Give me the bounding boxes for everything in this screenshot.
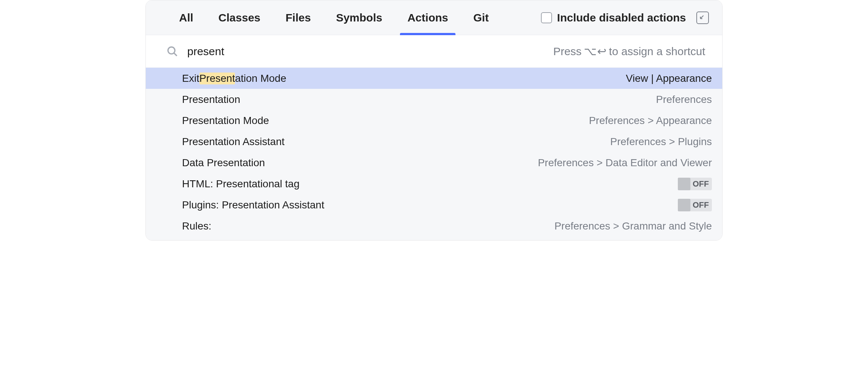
tab-bar: All Classes Files Symbols Actions Git In… bbox=[146, 0, 722, 35]
result-label: Rules: bbox=[182, 220, 211, 232]
include-disabled-checkbox[interactable]: Include disabled actions bbox=[541, 11, 686, 24]
hint-post: to assign a shortcut bbox=[609, 45, 705, 58]
result-row[interactable]: Plugins: Presentation Assistant OFF bbox=[146, 194, 722, 215]
result-row[interactable]: Presentation Assistant Preferences > Plu… bbox=[146, 131, 722, 152]
hint-keys: ⌥↩ bbox=[584, 45, 607, 58]
shortcut-hint: Press ⌥↩ to assign a shortcut bbox=[553, 45, 705, 58]
result-row[interactable]: Rules: Preferences > Grammar and Style bbox=[146, 215, 722, 237]
result-label: Presentation bbox=[182, 94, 240, 105]
result-label: Presentation Mode bbox=[182, 115, 269, 127]
tab-label: Files bbox=[286, 11, 311, 24]
hint-pre: Press bbox=[553, 45, 582, 58]
tab-all[interactable]: All bbox=[168, 0, 204, 35]
tab-label: Symbols bbox=[336, 11, 382, 24]
tab-label: All bbox=[179, 11, 193, 24]
checkbox-icon bbox=[541, 12, 552, 23]
tab-actions[interactable]: Actions bbox=[396, 0, 459, 35]
result-row[interactable]: Data Presentation Preferences > Data Edi… bbox=[146, 152, 722, 173]
tab-label: Classes bbox=[218, 11, 260, 24]
result-label: Plugins: Presentation Assistant bbox=[182, 199, 324, 211]
tab-classes[interactable]: Classes bbox=[207, 0, 271, 35]
result-location: Preferences > Appearance bbox=[589, 115, 712, 127]
toggle-off[interactable]: OFF bbox=[678, 178, 712, 190]
tab-label: Actions bbox=[407, 11, 448, 24]
result-row[interactable]: Presentation Mode Preferences > Appearan… bbox=[146, 110, 722, 131]
result-label: HTML: Presentational tag bbox=[182, 178, 300, 190]
result-location: Preferences bbox=[656, 94, 712, 105]
svg-point-0 bbox=[168, 47, 175, 54]
result-location: View | Appearance bbox=[626, 73, 712, 84]
result-row[interactable]: Exit Presentation Mode View | Appearance bbox=[146, 68, 722, 89]
result-row[interactable]: Presentation Preferences bbox=[146, 89, 722, 110]
tab-symbols[interactable]: Symbols bbox=[325, 0, 393, 35]
toggle-knob bbox=[678, 178, 690, 190]
result-label: Data Presentation bbox=[182, 157, 265, 169]
result-toggle[interactable]: OFF bbox=[678, 178, 712, 190]
search-everywhere-popup: All Classes Files Symbols Actions Git In… bbox=[145, 0, 723, 241]
result-row[interactable]: HTML: Presentational tag OFF bbox=[146, 173, 722, 194]
tab-git[interactable]: Git bbox=[462, 0, 500, 35]
expand-icon[interactable] bbox=[696, 11, 709, 24]
result-location: Preferences > Data Editor and Viewer bbox=[538, 157, 712, 169]
search-row: Press ⌥↩ to assign a shortcut bbox=[146, 35, 722, 68]
search-icon bbox=[166, 46, 178, 57]
search-input[interactable] bbox=[187, 45, 553, 58]
tab-files[interactable]: Files bbox=[275, 0, 322, 35]
toggle-off[interactable]: OFF bbox=[678, 199, 712, 211]
result-label: Exit Presentation Mode bbox=[182, 73, 286, 84]
result-label: Presentation Assistant bbox=[182, 136, 285, 148]
result-toggle[interactable]: OFF bbox=[678, 199, 712, 211]
result-location: Preferences > Grammar and Style bbox=[554, 220, 712, 232]
include-disabled-label: Include disabled actions bbox=[557, 11, 686, 24]
toggle-knob bbox=[678, 199, 690, 211]
tab-label: Git bbox=[473, 11, 489, 24]
result-location: Preferences > Plugins bbox=[610, 136, 712, 148]
results-list: Exit Presentation Mode View | Appearance… bbox=[146, 68, 722, 240]
svg-line-1 bbox=[174, 53, 177, 56]
